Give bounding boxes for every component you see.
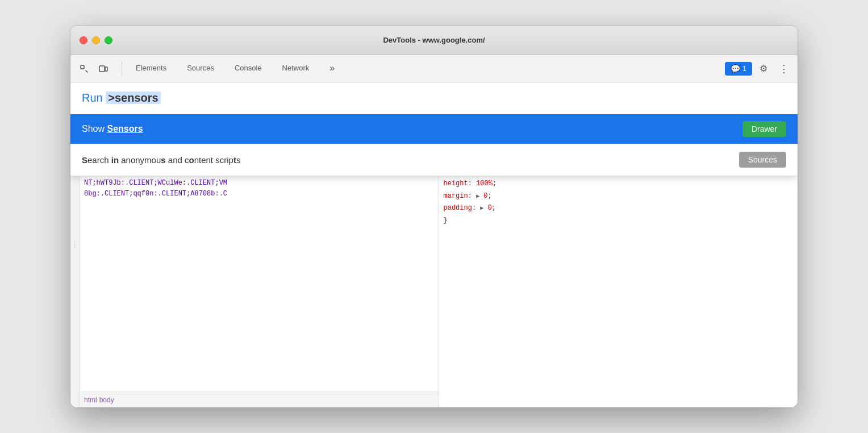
devtools-content: Elements Sources Console Network » 💬 1 [70, 55, 798, 407]
command-result-1[interactable]: Show Sensors Drawer [70, 114, 798, 144]
drawer-badge[interactable]: Drawer [742, 121, 786, 137]
svg-rect-3 [105, 67, 107, 71]
breadcrumb: html body [80, 392, 439, 407]
run-prefix: Run [82, 91, 106, 104]
devtools-toolbar: Elements Sources Console Network » 💬 1 [70, 55, 798, 82]
css-line-3: padding: ▶ 0; [444, 202, 794, 215]
breadcrumb-body[interactable]: body [99, 396, 114, 404]
dom-viewer: NT;hWT9Jb:.CLIENT;WCulWe:.CLIENT;VM 8bg:… [80, 173, 439, 392]
css-line-2: margin: ▶ 0; [444, 190, 794, 203]
tab-network[interactable]: Network [273, 55, 319, 82]
main-content-area: Run >sensors Show Sensors Drawer Search … [70, 82, 798, 407]
svg-rect-0 [81, 65, 84, 69]
sources-badge[interactable]: Sources [739, 152, 786, 168]
tab-sources[interactable]: Sources [178, 55, 223, 82]
command-input-row[interactable]: Run >sensors [70, 82, 798, 114]
tab-more[interactable]: » [320, 55, 344, 82]
command-result-2-text: Search in anonymous and content scripts [82, 155, 240, 165]
css-property-2: margin [444, 192, 468, 200]
toolbar-divider [122, 62, 122, 76]
breadcrumb-html[interactable]: html [84, 396, 97, 404]
command-result-2[interactable]: Search in anonymous and content scripts … [70, 144, 798, 176]
maximize-button[interactable] [105, 36, 112, 44]
css-viewer: height: 100%; margin: ▶ 0; padding: ▶ 0;… [439, 173, 798, 407]
close-button[interactable] [80, 36, 87, 44]
title-bar: DevTools - www.google.com/ [70, 26, 798, 55]
css-line-1: height: 100%; [444, 178, 794, 190]
svg-line-1 [86, 70, 87, 72]
command-result-1-text: Show Sensors [82, 124, 143, 134]
devtools-window: DevTools - www.google.com/ [70, 26, 798, 407]
css-closing-brace: } [444, 215, 794, 227]
minimize-button[interactable] [92, 36, 100, 44]
dom-line-2: 8bg:.CLIENT;qqf0n:.CLIENT;A8708b:.C [84, 189, 434, 199]
messages-badge-button[interactable]: 💬 1 [725, 62, 752, 76]
kebab-menu-button[interactable]: ⋮ [775, 60, 793, 78]
svg-rect-2 [99, 66, 105, 72]
tab-console[interactable]: Console [226, 55, 271, 82]
traffic-lights [80, 36, 112, 44]
toolbar-right: 💬 1 ⚙ ⋮ [725, 60, 793, 78]
settings-button[interactable]: ⚙ [754, 60, 773, 78]
window-title: DevTools - www.google.com/ [383, 36, 485, 44]
command-query: >sensors [106, 91, 160, 104]
css-property-1: height [444, 180, 468, 188]
css-value-2: 0 [479, 192, 487, 200]
css-value-1: 100% [476, 180, 493, 188]
command-palette: Run >sensors Show Sensors Drawer Search … [70, 82, 798, 176]
css-property-3: padding [444, 204, 472, 212]
tab-elements[interactable]: Elements [127, 55, 176, 82]
dom-line-1: NT;hWT9Jb:.CLIENT;WCulWe:.CLIENT;VM [84, 178, 434, 189]
device-toggle-button[interactable] [94, 60, 112, 78]
toolbar-left-icons [75, 60, 112, 78]
inspect-element-button[interactable] [75, 60, 93, 78]
css-value-3: 0 [483, 204, 491, 212]
